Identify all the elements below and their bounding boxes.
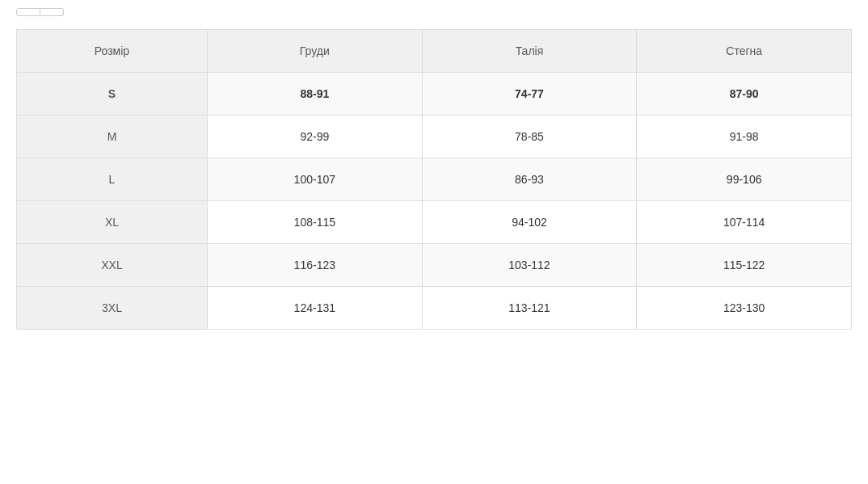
table-row: L100-10786-9399-106 bbox=[17, 158, 852, 201]
measurement-cell: 88-91 bbox=[207, 73, 422, 116]
measurement-cell: 113-121 bbox=[422, 287, 637, 330]
table-row: M92-9978-8591-98 bbox=[17, 116, 852, 158]
measurement-cell: 94-102 bbox=[422, 201, 637, 244]
measurement-cell: 92-99 bbox=[207, 116, 422, 158]
measurement-cell: 86-93 bbox=[422, 158, 637, 201]
size-cell: XXL bbox=[17, 244, 208, 287]
table-row: XXL116-123103-112115-122 bbox=[17, 244, 852, 287]
inch-button[interactable] bbox=[40, 8, 64, 16]
measurement-cell: 108-115 bbox=[207, 201, 422, 244]
table-header-row: Розмір Груди Талія Стегна bbox=[17, 30, 852, 73]
size-cell: XL bbox=[17, 201, 208, 244]
measurement-cell: 103-112 bbox=[422, 244, 637, 287]
table-row: 3XL124-131113-121123-130 bbox=[17, 287, 852, 330]
measurement-cell: 115-122 bbox=[637, 244, 852, 287]
header-hips: Стегна bbox=[637, 30, 852, 73]
size-cell: L bbox=[17, 158, 208, 201]
size-cell: S bbox=[17, 73, 208, 116]
table-row: S88-9174-7787-90 bbox=[17, 73, 852, 116]
cm-button[interactable] bbox=[16, 8, 40, 16]
measurement-cell: 100-107 bbox=[207, 158, 422, 201]
header-waist: Талія bbox=[422, 30, 637, 73]
measurement-cell: 74-77 bbox=[422, 73, 637, 116]
table-row: XL108-11594-102107-114 bbox=[17, 201, 852, 244]
size-chart-table: Розмір Груди Талія Стегна S88-9174-7787-… bbox=[16, 29, 852, 330]
measurement-cell: 123-130 bbox=[637, 287, 852, 330]
measurement-cell: 124-131 bbox=[207, 287, 422, 330]
measurement-cell: 107-114 bbox=[637, 201, 852, 244]
size-cell: 3XL bbox=[17, 287, 208, 330]
header-chest: Груди bbox=[207, 30, 422, 73]
unit-toggle-group bbox=[16, 8, 852, 16]
measurement-cell: 116-123 bbox=[207, 244, 422, 287]
header-size: Розмір bbox=[17, 30, 208, 73]
measurement-cell: 91-98 bbox=[637, 116, 852, 158]
measurement-cell: 87-90 bbox=[637, 73, 852, 116]
measurement-cell: 99-106 bbox=[637, 158, 852, 201]
size-cell: M bbox=[17, 116, 208, 158]
measurement-cell: 78-85 bbox=[422, 116, 637, 158]
